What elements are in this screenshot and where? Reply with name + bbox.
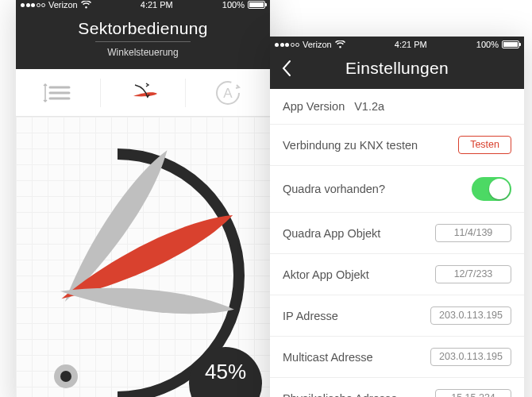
clock: 4:21 PM	[141, 0, 173, 10]
wifi-icon	[335, 40, 345, 48]
clock: 4:21 PM	[395, 40, 427, 49]
row-aktor-app: Aktor App Objekt 12/7/233	[270, 254, 524, 295]
ip-field[interactable]: 203.0.113.195	[430, 306, 511, 325]
phone-right: Verizon 4:21 PM 100% Einstellungen App V…	[270, 37, 524, 397]
aktor-app-field[interactable]: 12/7/233	[435, 265, 511, 283]
knx-test-button[interactable]: Testen	[458, 136, 511, 154]
nav-header: Sektorbedienung Winkelsteuerung	[16, 13, 270, 69]
mode-tabs: A	[16, 69, 270, 117]
quadra-toggle[interactable]	[472, 177, 511, 201]
multicast-field[interactable]: 203.0.113.195	[430, 348, 511, 366]
wifi-icon	[81, 1, 91, 9]
row-knx-test: Verbindung zu KNX testen Testen	[270, 125, 524, 166]
page-title: Sektorbedienung	[16, 19, 270, 38]
phys-label: Physikalische Adresse	[283, 392, 397, 398]
back-button[interactable]	[281, 60, 292, 82]
quadra-app-field[interactable]: 11/4/139	[435, 224, 511, 242]
row-quadra-toggle: Quadra vorhanden?	[270, 166, 524, 213]
quadra-app-label: Quadra App Objekt	[283, 227, 380, 240]
row-quadra-app: Quadra App Objekt 11/4/139	[270, 213, 524, 254]
battery-percent: 100%	[222, 0, 245, 10]
svg-text:A: A	[223, 86, 233, 101]
quadra-label: Quadra vorhanden?	[283, 183, 385, 195]
row-app-version: App Version V1.2a	[270, 89, 524, 125]
settings-list: App Version V1.2a Verbindung zu KNX test…	[270, 89, 524, 397]
signal-dots-icon	[275, 43, 299, 47]
version-value: V1.2a	[354, 100, 384, 113]
page-subtitle: Winkelsteuerung	[16, 41, 270, 58]
knx-test-label: Verbindung zu KNX testen	[283, 139, 418, 152]
auto-icon: A	[214, 79, 242, 107]
tab-auto[interactable]: A	[185, 79, 270, 107]
status-bar: Verizon 4:21 PM 100%	[16, 0, 270, 13]
chevron-left-icon	[281, 60, 292, 77]
page-title: Einstellungen	[270, 59, 524, 78]
row-multicast: Multicast Adresse 203.0.113.195	[270, 337, 524, 378]
angle-icon	[125, 79, 160, 107]
multicast-label: Multicast Adresse	[283, 351, 373, 364]
row-phys: Physikalische Adresse 15.15.234	[270, 378, 524, 397]
phys-field[interactable]: 15.15.234	[435, 389, 511, 397]
louvers-icon	[42, 81, 74, 105]
battery-percent: 100%	[476, 40, 499, 49]
battery-icon	[502, 40, 519, 48]
version-label: App Version	[283, 100, 345, 113]
signal-dots-icon	[21, 3, 45, 7]
row-ip: IP Adresse 203.0.113.195	[270, 295, 524, 337]
angle-dial[interactable]: 45%	[16, 117, 270, 397]
dial-knob[interactable]	[54, 364, 78, 388]
status-bar: Verizon 4:21 PM 100%	[270, 37, 524, 52]
battery-icon	[248, 1, 265, 9]
nav-header: Einstellungen	[270, 52, 524, 89]
tab-louvers[interactable]	[16, 81, 100, 105]
tab-angle[interactable]	[100, 79, 185, 107]
carrier-label: Verizon	[303, 40, 332, 49]
carrier-label: Verizon	[48, 0, 78, 10]
aktor-app-label: Aktor App Objekt	[283, 268, 369, 281]
ip-label: IP Adresse	[283, 310, 338, 322]
phone-left: Verizon 4:21 PM 100% Sektorbedienung Win…	[16, 0, 270, 397]
